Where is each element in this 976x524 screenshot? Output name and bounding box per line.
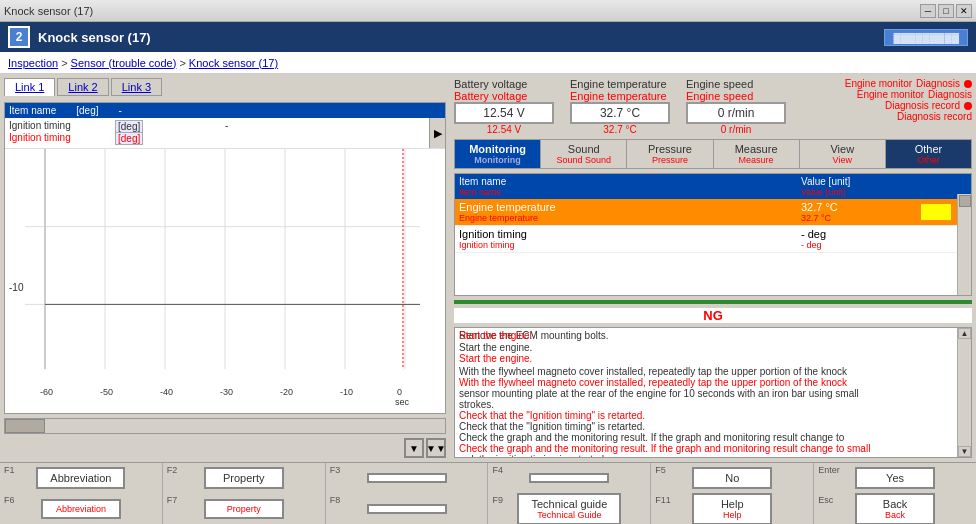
footer: F1 Abbreviation F2 Property F3 F4 F5 No (0, 462, 976, 524)
engine-temp-label: Engine temperature (570, 78, 670, 90)
engine-temp-metric: Engine temperature Engine temperature 32… (570, 78, 670, 135)
scroll-track[interactable] (4, 418, 446, 434)
f6-abbreviation-button[interactable]: Abbreviation (41, 499, 121, 519)
table-row[interactable]: Ignition timing Ignition timing - deg - … (455, 226, 971, 253)
inst-line7-sub: Check the graph and the monitoring resul… (459, 443, 955, 454)
breadcrumb: Inspection > Sensor (trouble code) > Kno… (0, 52, 976, 74)
engine-temp-value-sub: 32.7 °C (570, 124, 670, 135)
f4-button[interactable] (529, 473, 609, 483)
scrollbar-thumb[interactable] (959, 195, 971, 207)
engine-monitor-link[interactable]: Engine monitor (845, 78, 912, 89)
breadcrumb-sensor[interactable]: Sensor (trouble code) (71, 57, 177, 69)
tab-measure-label: Measure (735, 143, 778, 155)
property-button[interactable]: Property (204, 467, 284, 489)
diagnosis-link[interactable]: Diagnosis (916, 78, 960, 89)
tab-link2[interactable]: Link 2 (57, 78, 108, 96)
scroll-down-button[interactable]: ▼ (404, 438, 424, 458)
tab-view[interactable]: View View (800, 140, 886, 168)
svg-text:-10: -10 (340, 387, 353, 397)
diagnosis-record-sub-link[interactable]: Diagnosis record (897, 111, 972, 122)
col-color-header (921, 176, 951, 197)
tab-sound-label: Sound (568, 143, 600, 155)
engine-speed-label-sub: Engine speed (686, 90, 786, 102)
minimize-button[interactable]: ─ (920, 4, 936, 18)
inst-line7: Check the graph and the monitoring resul… (459, 432, 955, 443)
tab-monitoring[interactable]: Monitoring Monitoring (455, 140, 541, 168)
table-scrollbar[interactable] (957, 194, 971, 295)
graph-header: Item name [deg] - (5, 103, 445, 118)
key-esc: Esc (818, 495, 833, 505)
technical-guide-label: Technical guide (531, 498, 607, 510)
graph-row-dash: - (225, 120, 228, 131)
engine-speed-label: Engine speed (686, 78, 786, 90)
abbreviation-button[interactable]: Abbreviation (36, 467, 125, 489)
tab-link1[interactable]: Link 1 (4, 78, 55, 96)
svg-text:-40: -40 (160, 387, 173, 397)
f3-button[interactable] (367, 473, 447, 483)
graph-col-name: Item name (9, 105, 56, 116)
inst-scroll-down[interactable]: ▼ (958, 446, 971, 457)
col-value-label-sub: Value [unit] (801, 187, 921, 197)
diagnosis-sub-link[interactable]: Diagnosis (928, 89, 972, 100)
tab-measure[interactable]: Measure Measure (714, 140, 800, 168)
col-name-header: Item name Item name (459, 176, 801, 197)
inst-line3-sub: With the flywheel magneto cover installe… (459, 377, 955, 388)
key-f11: F11 (655, 495, 671, 505)
inst-scroll-up[interactable]: ▲ (958, 328, 971, 339)
footer-group-f5: F5 No (651, 463, 814, 493)
footer-group-f6: F6 Abbreviation (0, 493, 163, 524)
tab-pressure[interactable]: Pressure Pressure (627, 140, 713, 168)
engine-monitor-row: Engine monitor Diagnosis (845, 78, 972, 89)
graph-row-label: Ignition timing (9, 120, 71, 131)
tab-other-sub: Other (890, 155, 967, 165)
footer-row-2: F6 Abbreviation F7 Property F8 F9 Techni… (0, 493, 976, 524)
diagnosis-record-link[interactable]: Diagnosis record (885, 100, 960, 111)
tab-pressure-label: Pressure (648, 143, 692, 155)
table-header: Item name Item name Value [unit] Value [… (455, 174, 971, 199)
breadcrumb-knock[interactable]: Knock sensor (17) (189, 57, 278, 69)
maximize-button[interactable]: □ (938, 4, 954, 18)
close-button[interactable]: ✕ (956, 4, 972, 18)
scroll-down-fast-button[interactable]: ▼▼ (426, 438, 446, 458)
data-table: Item name Item name Value [unit] Value [… (454, 173, 972, 296)
svg-text:0: 0 (397, 387, 402, 397)
key-f8: F8 (330, 495, 341, 505)
help-label: Help (721, 498, 744, 510)
graph-row-label-sub: Ignition timing (9, 132, 71, 143)
table-row[interactable]: Engine temperature Engine temperature 32… (455, 199, 971, 226)
title-bar: Knock sensor (17) ─ □ ✕ (0, 0, 976, 22)
tab-sound[interactable]: Sound Sound Sound (541, 140, 627, 168)
engine-speed-value: 0 r/min (686, 102, 786, 124)
tab-sound-sub: Sound Sound (545, 155, 622, 165)
footer-group-enter: Enter Yes (814, 463, 976, 493)
ng-indicator: NG (454, 308, 972, 323)
link-tabs: Link 1 Link 2 Link 3 (4, 78, 446, 96)
footer-group-f7: F7 Property (163, 493, 326, 524)
key-f7: F7 (167, 495, 178, 505)
row2-color (921, 231, 951, 247)
engine-monitor-sub-link[interactable]: Engine monitor (857, 89, 924, 100)
help-button[interactable]: Help Help (692, 493, 772, 525)
breadcrumb-inspection[interactable]: Inspection (8, 57, 58, 69)
yes-button[interactable]: Yes (855, 467, 935, 489)
footer-group-f11: F11 Help Help (651, 493, 814, 524)
back-sub: Back (869, 510, 921, 520)
back-button[interactable]: Back Back (855, 493, 935, 525)
header-settings-button[interactable]: ▓▓▓▓▓▓▓▓▓ (884, 29, 968, 46)
tab-other[interactable]: Other Other (886, 140, 971, 168)
scroll-thumb[interactable] (5, 419, 45, 433)
key-f2: F2 (167, 465, 178, 475)
graph-scroll-right[interactable]: ▶ (429, 118, 445, 148)
f8-button[interactable] (367, 504, 447, 514)
no-button[interactable]: No (692, 467, 772, 489)
scroll-buttons: ▼ ▼▼ (4, 438, 446, 458)
tab-monitoring-sub: Monitoring (459, 155, 536, 165)
tab-link3[interactable]: Link 3 (111, 78, 162, 96)
diagnosis-links: Engine monitor Diagnosis Engine monitor … (845, 78, 972, 122)
footer-row-1: F1 Abbreviation F2 Property F3 F4 F5 No (0, 463, 976, 493)
technical-guide-button[interactable]: Technical guide Technical Guide (517, 493, 621, 525)
graph-svg: -10 -60 -50 -40 -30 -20 -10 0 sec (5, 149, 445, 408)
inst-scrollbar[interactable]: ▲ ▼ (957, 328, 971, 457)
window-controls[interactable]: ─ □ ✕ (920, 4, 972, 18)
f7-property-button[interactable]: Property (204, 499, 284, 519)
